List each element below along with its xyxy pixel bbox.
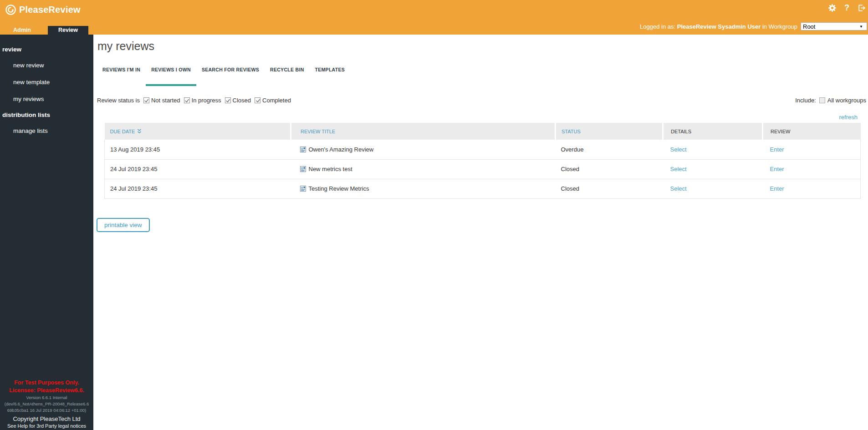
status-cell: Overdue (556, 140, 663, 159)
copyright-line: Copyright PleaseTech Ltd (0, 415, 93, 423)
brand-logo-icon (5, 5, 16, 15)
tab-reviews-i-own[interactable]: REVIEWS I OWN (146, 66, 196, 86)
license-block: For Test Purposes Only. Licensee: Please… (0, 379, 93, 429)
sidebar-section-distribution-lists: distribution lists (0, 107, 93, 122)
review-title-cell: New metrics test (291, 159, 556, 179)
due-date-cell: 24 Jul 2019 23:45 (105, 159, 291, 179)
column-header-due-date[interactable]: DUE DATE (105, 123, 291, 140)
enter-link[interactable]: Enter (770, 146, 784, 153)
review-title-cell: Owen's Amazing Review (291, 140, 556, 159)
main-content: my reviews REVIEWS I'M INREVIEWS I OWNSE… (93, 35, 868, 430)
filter-label: Review status is (97, 97, 140, 104)
build-line1: (dev/6.6_NotAthens_PR-20048_Release6.6 (0, 401, 93, 407)
sidebar-item-my-reviews[interactable]: my reviews (0, 91, 93, 107)
tab-templates[interactable]: TEMPLATES (310, 66, 351, 86)
printable-view-button[interactable]: printable view (97, 218, 150, 232)
help-icon[interactable]: ? (842, 4, 851, 12)
page-title: my reviews (97, 40, 868, 53)
enter-link[interactable]: Enter (770, 166, 784, 172)
due-date-cell: 24 Jul 2019 23:45 (105, 179, 291, 198)
review-title-cell: Testing Review Metrics (291, 179, 556, 198)
license-warning-line2: Licensee: PleaseReview6.6. (0, 387, 93, 395)
reviews-table: DUE DATEREVIEW TITLESTATUSDETAILSREVIEW … (104, 123, 861, 199)
include-label: Include: (795, 97, 816, 104)
review-title-text: New metrics test (309, 166, 352, 172)
tab-search-for-reviews[interactable]: SEARCH FOR REVIEWS (196, 66, 265, 86)
column-header-status[interactable]: STATUS (556, 123, 663, 140)
legal-notices-line: See Help for 3rd Party legal notices (0, 423, 93, 429)
logged-in-label: Logged in as: PleaseReview Sysadmin User… (640, 23, 797, 30)
all-workgroups-checkbox[interactable] (819, 97, 825, 103)
enter-link[interactable]: Enter (770, 185, 784, 192)
status-label-in-progress: In progress (192, 97, 221, 104)
column-header-details: DETAILS (663, 123, 763, 140)
app-header: PleaseReview ? Logged i (0, 0, 868, 35)
select-caret-icon: ▼ (859, 25, 863, 29)
sidebar-item-new-template[interactable]: new template (0, 74, 93, 91)
sidebar-item-new-review[interactable]: new review (0, 57, 93, 74)
table-row: 24 Jul 2019 23:45Testing Review MetricsC… (105, 179, 861, 198)
select-link[interactable]: Select (670, 166, 687, 172)
status-label-closed: Closed (233, 97, 251, 104)
due-date-cell: 13 Aug 2019 23:45 (105, 140, 291, 159)
tab-reviews-i-m-in[interactable]: REVIEWS I'M IN (97, 66, 146, 86)
review-title-text: Testing Review Metrics (309, 185, 369, 192)
status-label-not-started: Not started (151, 97, 180, 104)
license-warning-line1: For Test Purposes Only. (0, 379, 93, 387)
status-checkbox-not-started[interactable] (143, 97, 149, 103)
sidebar: reviewnew reviewnew templatemy reviewsdi… (0, 35, 93, 430)
version-line: Version 6.6.1 Internal (0, 395, 93, 401)
column-header-review: REVIEW (763, 123, 861, 140)
build-line2: 69b35cba1 16 Jul 2019 04:06:12 +01:00) (0, 407, 93, 414)
header-tab-review[interactable]: Review (48, 26, 88, 35)
sidebar-section-review: review (0, 42, 93, 57)
status-checkbox-in-progress[interactable] (184, 97, 190, 103)
sidebar-item-manage-lists[interactable]: manage lists (0, 122, 93, 139)
refresh-link[interactable]: refresh (839, 114, 858, 121)
column-header-review-title[interactable]: REVIEW TITLE (291, 123, 556, 140)
select-link[interactable]: Select (670, 185, 687, 192)
status-label-completed: Completed (262, 97, 291, 104)
status-checkbox-completed[interactable] (255, 97, 260, 103)
status-checkbox-closed[interactable] (225, 97, 231, 103)
workgroup-value: Root (803, 23, 815, 30)
logout-icon[interactable] (857, 4, 866, 12)
brand: PleaseReview (5, 5, 81, 15)
brand-name: PleaseReview (19, 5, 81, 15)
header-tab-admin[interactable]: Admin (0, 26, 44, 35)
status-cell: Closed (556, 159, 663, 179)
workgroup-select[interactable]: Root ▼ (801, 22, 867, 30)
select-link[interactable]: Select (670, 146, 687, 153)
table-row: 13 Aug 2019 23:45Owen's Amazing ReviewOv… (105, 140, 861, 159)
all-workgroups-label: All workgroups (827, 97, 866, 104)
status-cell: Closed (556, 179, 663, 198)
review-title-text: Owen's Amazing Review (309, 146, 374, 153)
table-row: 24 Jul 2019 23:45New metrics testClosedS… (105, 159, 861, 179)
user-name: PleaseReview Sysadmin User (677, 23, 761, 30)
gear-icon[interactable] (828, 4, 837, 12)
tab-recycle-bin[interactable]: RECYCLE BIN (265, 66, 309, 86)
